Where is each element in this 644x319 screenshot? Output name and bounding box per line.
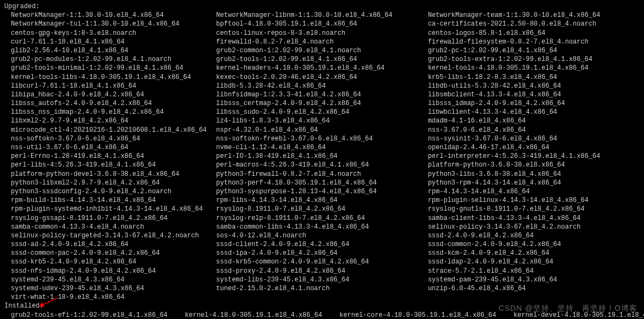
package-item: sssd-ad-2.4.0-9.el8_4.2.x86_64 — [11, 240, 216, 249]
package-item: ca-certificates-2021.2.50-80.0.el8_4.noa… — [428, 20, 640, 28]
package-item: virt-what-1.18-9.el8_4.x86_64 — [11, 293, 216, 302]
package-item: python3-libs-3.6.8-38.el8_4.x86_64 — [428, 170, 640, 179]
package-item: sssd-kcm-2.4.0-9.el8_4.2.x86_64 — [428, 249, 640, 257]
package-item: libsss_autofs-2.4.0-9.el8_4.2.x86_64 — [11, 99, 216, 108]
package-item: libxml2-2.9.7-9.el8_4.2.x86_64 — [11, 116, 216, 125]
package-item: sssd-client-2.4.0-9.el8_4.2.x86_64 — [216, 240, 428, 249]
package-item: centos-linux-repos-8-3.el8.noarch — [216, 29, 428, 38]
package-item: grub2-tools-1:2.02-99.el8_4.1.x86_64 — [216, 55, 428, 64]
package-item: grub2-common-1:2.02-99.el8_4.1.noarch — [216, 46, 428, 55]
package-item: sssd-nfs-idmap-2.4.0-9.el8_4.2.x86_64 — [11, 267, 216, 275]
package-item: glib2-2.56.4-10.el8_4.1.x86_64 — [11, 46, 216, 55]
package-item: systemd-libs-239-45.el8_4.3.x86_64 — [216, 275, 428, 284]
watermark: CSDN @坚持、坚持、再坚持 ! O博客 — [499, 303, 637, 314]
package-item: libwbclient-4.13.3-4.el8_4.x86_64 — [428, 108, 640, 116]
package-item: rpm-build-libs-4.14.3-14.el8_4.x86_64 — [11, 196, 216, 205]
package-item: python3-rpm-4.14.3-14.el8_4.x86_64 — [428, 179, 640, 187]
package-item: tuned-2.15.0-2.el8_4.1.noarch — [216, 284, 428, 293]
package-item: nss-sysinit-3.67.0-6.el8_4.x86_64 — [428, 134, 640, 143]
package-item: nspr-4.32.0-1.el8_4.x86_64 — [216, 126, 428, 134]
package-item: sssd-2.4.0-9.el8_4.2.x86_64 — [428, 231, 640, 240]
package-item: systemd-udev-239-45.el8_4.3.x86_64 — [11, 284, 216, 293]
package-item: unzip-6.0-45.el8_4.x86_64 — [428, 284, 640, 293]
package-item: mdadm-4.1-16.el8_4.x86_64 — [428, 116, 640, 125]
package-item: curl-7.61.1-18.el8_4.1.x86_64 — [11, 38, 216, 46]
package-item: nss-util-3.67.0-6.el8_4.x86_64 — [11, 143, 216, 152]
package-item: rpm-plugin-selinux-4.14.3-14.el8_4.x86_6… — [428, 196, 640, 205]
package-item: centos-logos-85.8-1.el8.x86_64 — [428, 29, 640, 38]
package-item: rsyslog-gnutls-8.1911.0-7.el8_4.2.x86_64 — [428, 205, 640, 213]
package-item: strace-5.7-2.1.el8_4.x86_64 — [428, 267, 640, 275]
package-item: rsyslog-relp-8.1911.0-7.el8_4.2.x86_64 — [216, 214, 428, 223]
package-item: selinux-policy-3.14.3-67.el8_4.2.noarch — [428, 223, 640, 231]
package-item: python3-perf-4.18.0-305.19.1.el8_4.x86_6… — [216, 179, 428, 187]
package-item: sssd-krb5-2.4.0-9.el8_4.2.x86_64 — [11, 257, 216, 266]
package-item: nss-softokn-3.67.0-6.el8_4.x86_64 — [11, 134, 216, 143]
package-item: platform-python-3.6.8-38.el8.x86_64 — [428, 161, 640, 169]
package-item: libsss_certmap-2.4.0-9.el8_4.2.x86_64 — [216, 99, 428, 108]
package-item: lz4-libs-1.8.3-3.el8_4.x86_64 — [216, 116, 428, 125]
package-item: libcurl-7.61.1-18.el8_4.1.x86_64 — [11, 82, 216, 90]
package-item: python3-libxml2-2.9.7-9.el8_4.2.x86_64 — [11, 179, 216, 187]
package-item: python3-syspurpose-1.28.13-4.el8_4.x86_6… — [216, 187, 428, 196]
package-item: rpm-plugin-systemd-inhibit-4.14.3-14.el8… — [11, 205, 216, 213]
package-item: bpftool-4.18.0-305.19.1.el8_4.x86_64 — [216, 20, 428, 28]
package-item: sos-4.0-12.el8_4.noarch — [216, 231, 428, 240]
package-item: krb5-libs-1.18.2-8.3.el8_4.x86_64 — [428, 73, 640, 82]
package-item: grub2-tools-efi-1:2.02-99.el8_4.1.x86_64 — [11, 311, 168, 319]
package-item: libipa_hbac-2.4.0-9.el8_4.2.x86_64 — [11, 90, 216, 99]
package-item: sssd-common-2.4.0-9.el8_4.2.x86_64 — [428, 240, 640, 249]
package-item: kexec-tools-2.0.20-46.el8_4.2.x86_64 — [216, 73, 428, 82]
package-item: rsyslog-gssapi-8.1911.0-7.el8_4.2.x86_64 — [11, 214, 216, 223]
package-item: perl-IO-1.38-419.el8_4.1.x86_64 — [216, 152, 428, 161]
package-item: sssd-ldap-2.4.0-9.el8_4.2.x86_64 — [428, 257, 640, 266]
package-item: kernel-headers-4.18.0-305.19.1.el8_4.x86… — [216, 64, 428, 72]
package-item: samba-client-libs-4.13.3-4.el8_4.x86_64 — [428, 214, 640, 223]
package-item: openldap-2.4.46-17.el8_4.x86_64 — [428, 143, 640, 152]
package-item: NetworkManager-tui-1:1.30.0-10.el8_4.x86… — [11, 20, 216, 28]
package-item: NetworkManager-1:1.30.0-10.el8_4.x86_64 — [11, 11, 216, 20]
package-item: centos-gpg-keys-1:8-3.el8.noarch — [11, 29, 216, 38]
package-item: microcode_ctl-4:20210216-1.20210608.1.el… — [11, 126, 216, 134]
package-item: python3-sssdconfig-2.4.0-9.el8_4.2.noarc… — [11, 187, 216, 196]
package-item: grub2-pc-1:2.02-99.el8_4.1.x86_64 — [428, 46, 640, 55]
package-item: rpm-4.14.3-14.el8_4.x86_64 — [428, 187, 640, 196]
package-item: perl-interpreter-4:5.26.3-419.el8_4.1.x8… — [428, 152, 640, 161]
package-item: python3-firewall-0.8.2-7.el8_4.noarch — [216, 170, 428, 179]
package-item: selinux-policy-targeted-3.14.3-67.el8_4.… — [11, 231, 216, 240]
package-item: NetworkManager-libnm-1:1.30.0-10.el8_4.x… — [216, 11, 428, 20]
package-item: libsmbclient-4.13.3-4.el8_4.x86_64 — [428, 90, 640, 99]
package-item: perl-libs-4:5.26.3-419.el8_4.1.x86_64 — [11, 161, 216, 169]
package-item: rsyslog-8.1911.0-7.el8_4.2.x86_64 — [216, 205, 428, 213]
package-item: libnfsidmap-1:2.3.3-41.el8_4.2.x86_64 — [216, 90, 428, 99]
package-item: platform-python-devel-3.6.8-38.el8_4.x86… — [11, 170, 216, 179]
package-item: sssd-ipa-2.4.0-9.el8_4.2.x86_64 — [216, 249, 428, 257]
package-item: systemd-239-45.el8_4.3.x86_64 — [11, 275, 216, 284]
package-item: libsss_nss_idmap-2.4.0-9.el8_4.2.x86_64 — [11, 108, 216, 116]
package-item: grub2-pc-modules-1:2.02-99.el8_4.1.noarc… — [11, 55, 216, 64]
package-item: rpm-libs-4.14.3-14.el8_4.x86_64 — [216, 196, 428, 205]
package-item: sssd-krb5-common-2.4.0-9.el8_4.2.x86_64 — [216, 257, 428, 266]
package-item: libdb-utils-5.3.28-42.el8_4.x86_64 — [428, 82, 640, 90]
package-item: nvme-cli-1.12-4.el8_4.x86_64 — [216, 143, 428, 152]
package-item: samba-common-4.13.3-4.el8_4.noarch — [11, 223, 216, 231]
package-item: nss-softokn-freebl-3.67.0-6.el8_4.x86_64 — [216, 134, 428, 143]
package-item: perl-macros-4:5.26.3-419.el8_4.1.x86_64 — [216, 161, 428, 169]
package-item: sssd-proxy-2.4.0-9.el8_4.2.x86_64 — [216, 267, 428, 275]
package-item: kernel-4.18.0-305.19.1.el8_4.x86_64 — [185, 311, 322, 319]
package-item: kernel-core-4.18.0-305.19.1.el8_4.x86_64 — [339, 311, 496, 319]
package-item: grub2-tools-minimal-1:2.02-99.el8_4.1.x8… — [11, 64, 216, 72]
package-item: NetworkManager-team-1:1.30.0-10.el8_4.x8… — [428, 11, 640, 20]
package-item: sssd-common-pac-2.4.0-9.el8_4.2.x86_64 — [11, 249, 216, 257]
package-item: samba-common-libs-4.13.3-4.el8_4.x86_64 — [216, 223, 428, 231]
package-item: libsss_idmap-2.4.0-9.el8_4.2.x86_64 — [428, 99, 640, 108]
section-header-upgraded: Upgraded: — [4, 2, 640, 11]
package-item: firewalld-0.8.2-7.el8_4.noarch — [216, 38, 428, 46]
package-item: firewalld-filesystem-0.8.2-7.el8_4.noarc… — [428, 38, 640, 46]
package-item: systemd-pam-239-45.el8_4.3.x86_64 — [428, 275, 640, 284]
package-item: libdb-5.3.28-42.el8_4.x86_64 — [216, 82, 428, 90]
package-item: nss-3.67.0-6.el8_4.x86_64 — [428, 126, 640, 134]
package-item: perl-Errno-1.28-419.el8_4.1.x86_64 — [11, 152, 216, 161]
upgraded-package-grid: NetworkManager-1:1.30.0-10.el8_4.x86_64N… — [4, 11, 640, 302]
package-item: grub2-tools-extra-1:2.02-99.el8_4.1.x86_… — [428, 55, 640, 64]
